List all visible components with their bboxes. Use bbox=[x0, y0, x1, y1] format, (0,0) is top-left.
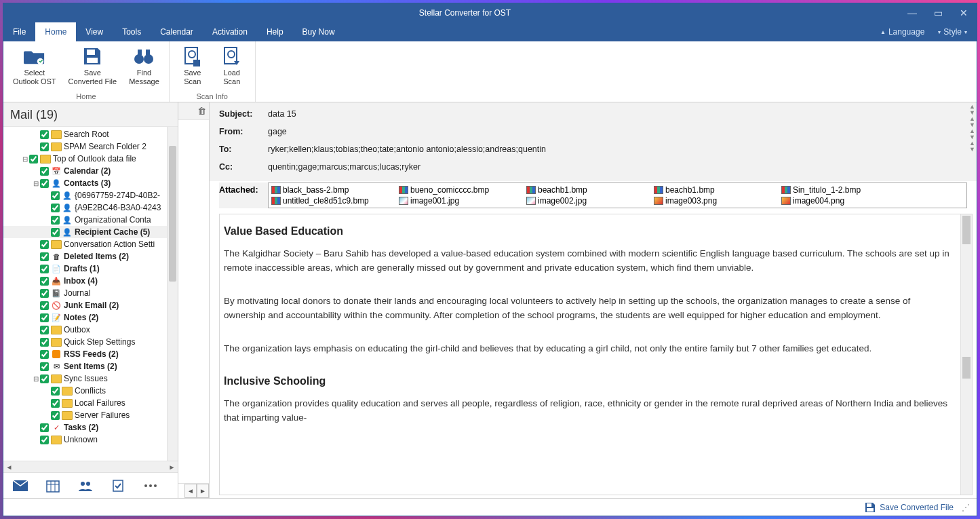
menu-calendar[interactable]: Calendar bbox=[151, 22, 203, 41]
attachment-item[interactable]: image002.jpg bbox=[526, 196, 650, 206]
tree-item[interactable]: Inbox (4) bbox=[3, 275, 178, 287]
tree-item[interactable]: ⊟Contacts (3) bbox=[3, 177, 178, 189]
nav-more-icon[interactable] bbox=[143, 478, 158, 493]
scroll-left-icon[interactable]: ◄ bbox=[3, 463, 15, 471]
expand-toggle-icon[interactable]: ⊟ bbox=[21, 155, 29, 163]
tree-item[interactable]: Conversation Action Setti bbox=[3, 238, 178, 250]
tree-checkbox[interactable] bbox=[40, 130, 49, 139]
attachment-item[interactable]: image001.jpg bbox=[399, 196, 522, 206]
tree-item[interactable]: Drafts (1) bbox=[3, 263, 178, 275]
tree-scrollbar[interactable] bbox=[167, 127, 178, 461]
tree-item[interactable]: Sent Items (2) bbox=[3, 360, 178, 372]
menu-file[interactable]: File bbox=[3, 22, 35, 41]
tree-checkbox[interactable] bbox=[40, 423, 49, 432]
tree-checkbox[interactable] bbox=[51, 399, 60, 408]
tree-item[interactable]: Notes (2) bbox=[3, 311, 178, 324]
tree-item[interactable]: Calendar (2) bbox=[3, 165, 178, 177]
tree-item[interactable]: Tasks (2) bbox=[3, 421, 178, 434]
tree-checkbox[interactable] bbox=[40, 142, 49, 151]
tree-item[interactable]: Server Failures bbox=[3, 409, 178, 421]
tree-checkbox[interactable] bbox=[40, 277, 49, 286]
tree-checkbox[interactable] bbox=[40, 265, 49, 273]
tree-checkbox[interactable] bbox=[40, 362, 49, 371]
attachment-item[interactable]: black_bass-2.bmp bbox=[271, 185, 395, 195]
style-dropdown[interactable]: ▾ Style ▾ bbox=[931, 22, 977, 41]
body-scrollbar[interactable] bbox=[960, 214, 972, 495]
tree-checkbox[interactable] bbox=[51, 216, 60, 225]
attachment-item[interactable]: beachb1.bmp bbox=[526, 185, 650, 195]
save-scan-button[interactable]: SaveScan bbox=[176, 44, 209, 87]
nav-people-icon[interactable] bbox=[78, 478, 93, 493]
tree-h-scrollbar[interactable]: ◄ ► bbox=[3, 461, 178, 472]
tree-item[interactable]: Recipient Cache (5) bbox=[3, 226, 178, 238]
tree-checkbox[interactable] bbox=[40, 252, 49, 261]
tree-item[interactable]: Organizational Conta bbox=[3, 214, 178, 226]
message-body[interactable]: Value Based Education The Kalgidhar Soci… bbox=[220, 214, 960, 495]
tree-item[interactable]: SPAM Search Folder 2 bbox=[3, 140, 178, 153]
tree-item[interactable]: Quick Step Settings bbox=[3, 336, 178, 348]
tree-checkbox[interactable] bbox=[51, 204, 60, 212]
tree-item[interactable]: Search Root bbox=[3, 128, 178, 140]
tree-checkbox[interactable] bbox=[51, 387, 60, 396]
tree-item[interactable]: {06967759-274D-40B2- bbox=[3, 189, 178, 201]
tree-item[interactable]: Junk Email (2) bbox=[3, 299, 178, 311]
menu-help[interactable]: Help bbox=[257, 22, 293, 41]
menu-activation[interactable]: Activation bbox=[203, 22, 257, 41]
nav-calendar-icon[interactable] bbox=[45, 478, 60, 493]
resize-grip-icon[interactable]: ⋰ bbox=[962, 503, 970, 512]
attachment-item[interactable]: image003.png bbox=[654, 196, 777, 206]
save-icon[interactable] bbox=[865, 502, 876, 513]
tree-item[interactable]: Local Failures bbox=[3, 397, 178, 409]
tree-checkbox[interactable] bbox=[29, 155, 38, 164]
tree-item[interactable]: ⊟Sync Issues bbox=[3, 372, 178, 385]
tree-item[interactable]: Deleted Items (2) bbox=[3, 250, 178, 263]
scrollbar-thumb[interactable] bbox=[962, 216, 971, 244]
tree-checkbox[interactable] bbox=[40, 313, 49, 322]
attachment-item[interactable]: Sin_titulo_1-2.bmp bbox=[781, 185, 905, 195]
scrollbar-thumb[interactable] bbox=[962, 357, 971, 379]
close-button[interactable]: ✕ bbox=[951, 3, 977, 22]
tree-item[interactable]: {A9E2BC46-B3A0-4243 bbox=[3, 201, 178, 214]
menu-view[interactable]: View bbox=[76, 22, 113, 41]
minimize-button[interactable]: — bbox=[899, 3, 925, 22]
attachment-item[interactable]: untitled_cle8d51c9.bmp bbox=[271, 196, 395, 206]
next-message-button[interactable]: ► bbox=[197, 484, 209, 498]
tree-checkbox[interactable] bbox=[40, 301, 49, 310]
tree-checkbox[interactable] bbox=[40, 374, 49, 383]
scrollbar-thumb[interactable] bbox=[169, 146, 176, 282]
tree-item[interactable]: Conflicts bbox=[3, 385, 178, 397]
maximize-button[interactable]: ▭ bbox=[925, 3, 951, 22]
tree-checkbox[interactable] bbox=[51, 191, 60, 200]
tree-checkbox[interactable] bbox=[40, 326, 49, 334]
find-message-button[interactable]: FindMessage bbox=[126, 44, 162, 87]
tree-checkbox[interactable] bbox=[40, 167, 49, 176]
menu-tools[interactable]: Tools bbox=[113, 22, 151, 41]
attachment-item[interactable]: beachb1.bmp bbox=[654, 185, 777, 195]
delete-icon[interactable]: 🗑 bbox=[197, 106, 206, 116]
load-scan-button[interactable]: LoadScan bbox=[216, 44, 248, 87]
tree-checkbox[interactable] bbox=[40, 289, 49, 298]
tree-checkbox[interactable] bbox=[51, 411, 60, 420]
expand-toggle-icon[interactable]: ⊟ bbox=[32, 375, 40, 383]
header-scroll-arrows[interactable]: ▲▼▲▼▲▼▲▼ bbox=[969, 104, 975, 153]
tree-checkbox[interactable] bbox=[40, 338, 49, 347]
nav-tasks-icon[interactable] bbox=[111, 478, 125, 493]
folder-tree[interactable]: Search RootSPAM Search Folder 2⊟Top of O… bbox=[3, 127, 178, 461]
menu-buy-now[interactable]: Buy Now bbox=[293, 22, 345, 41]
status-save-label[interactable]: Save Converted File bbox=[880, 503, 954, 512]
attachment-item[interactable]: image004.png bbox=[781, 196, 905, 206]
tree-item[interactable]: ⊟Top of Outlook data file bbox=[3, 153, 178, 165]
tree-checkbox[interactable] bbox=[40, 350, 49, 359]
tree-item[interactable]: Unknown bbox=[3, 434, 178, 446]
language-dropdown[interactable]: ▲ Language bbox=[874, 22, 931, 41]
attachment-item[interactable]: bueno_comicccc.bmp bbox=[399, 185, 522, 195]
tree-item[interactable]: Journal bbox=[3, 287, 178, 299]
prev-message-button[interactable]: ◄ bbox=[184, 484, 197, 498]
menu-home[interactable]: Home bbox=[35, 22, 76, 41]
expand-toggle-icon[interactable]: ⊟ bbox=[32, 180, 40, 187]
tree-checkbox[interactable] bbox=[51, 228, 60, 237]
tree-checkbox[interactable] bbox=[40, 240, 49, 249]
tree-checkbox[interactable] bbox=[40, 436, 49, 444]
nav-mail-icon[interactable] bbox=[13, 478, 28, 493]
tree-item[interactable]: RSS Feeds (2) bbox=[3, 348, 178, 360]
